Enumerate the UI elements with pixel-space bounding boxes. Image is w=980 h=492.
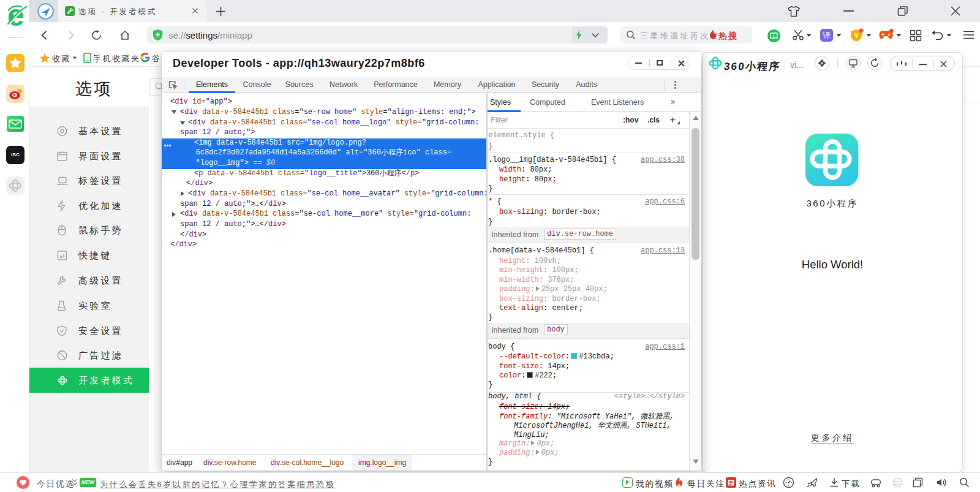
svg-text:¥: ¥ [854,32,859,39]
